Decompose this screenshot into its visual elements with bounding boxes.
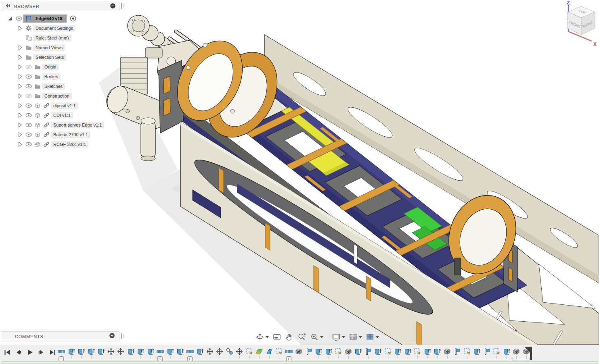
timeline-feature-move[interactable] [107, 347, 115, 356]
timeline-feature-flag[interactable] [305, 347, 313, 356]
selected-item-highlight[interactable]: Edge540 v18 [23, 15, 67, 23]
timeline-feature-extrude[interactable] [127, 347, 135, 356]
timeline-feature-extrude[interactable] [77, 347, 85, 356]
timeline-feature-flag[interactable] [453, 347, 461, 356]
remove-panel-icon[interactable] [110, 3, 116, 10]
browser-drag-grip[interactable] [121, 3, 124, 10]
timeline-playhead[interactable] [530, 347, 532, 360]
browser-item-edge540-v18[interactable]: Edge540 v18 [1, 14, 119, 23]
collapse-panel-icon[interactable] [4, 3, 11, 10]
timeline-feature-flag[interactable] [364, 347, 372, 356]
timeline-feature-extrude[interactable] [314, 347, 323, 356]
browser-item-label[interactable]: Edge540 v18 [33, 15, 65, 22]
visibility-eye-icon[interactable] [24, 131, 33, 138]
orbit-button[interactable] [255, 332, 270, 342]
timeline-feature-fold[interactable] [265, 347, 273, 356]
browser-item-rule-steel-mm[interactable]: Rule: Steel (mm) [1, 33, 119, 43]
timeline-feature-group[interactable] [156, 347, 164, 356]
expand-arrow-icon[interactable] [15, 141, 24, 148]
timeline-feature-extrude[interactable] [423, 347, 431, 356]
browser-item-label[interactable]: Selection Sets [33, 54, 66, 60]
browser-item-selection-sets[interactable]: Selection Sets [1, 52, 119, 62]
timeline-feature-extrude[interactable] [166, 347, 174, 356]
activate-component-radio[interactable] [69, 15, 77, 22]
timeline-feature-sketch[interactable] [384, 347, 392, 356]
visibility-eye-icon[interactable] [24, 121, 33, 129]
zoom-window-button[interactable] [309, 332, 324, 342]
timeline-track[interactable] [59, 359, 532, 359]
timeline-feature-sketch[interactable] [492, 347, 501, 356]
timeline-feature-group[interactable] [285, 347, 293, 356]
timeline-feature-extrude[interactable] [354, 347, 362, 356]
timeline-feature-extrude[interactable] [176, 347, 184, 356]
browser-item-label[interactable]: Document Settings [33, 25, 75, 31]
display-settings-button[interactable] [331, 332, 346, 342]
visibility-eye-icon[interactable] [24, 73, 33, 80]
expand-arrow-icon[interactable] [15, 73, 24, 80]
expand-arrow-icon[interactable] [15, 44, 24, 51]
browser-item-diposit-v1-1[interactable]: diposit v1:1 [1, 101, 119, 110]
expand-arrow-icon[interactable] [15, 131, 24, 138]
expand-arrow-icon[interactable] [15, 102, 24, 109]
timeline-feature-plane[interactable] [255, 347, 263, 356]
timeline-feature-move[interactable] [216, 347, 224, 356]
visibility-eye-off-icon[interactable] [24, 63, 33, 71]
expand-arrow-icon[interactable] [15, 92, 24, 100]
dropdown-caret-icon[interactable] [320, 336, 323, 338]
dropdown-caret-icon[interactable] [342, 336, 345, 338]
timeline-feature-move[interactable] [235, 347, 243, 356]
visibility-eye-icon[interactable] [24, 83, 33, 90]
pan-button[interactable] [284, 332, 295, 342]
timeline-feature-group[interactable] [186, 347, 194, 356]
browser-item-bateria-2700-v1-1[interactable]: Bateria 2700 v1:1 [1, 130, 119, 139]
comments-drag-grip[interactable] [121, 333, 124, 340]
browser-item-label[interactable]: CDI v1:1 [51, 112, 73, 119]
timeline-feature-extrude[interactable] [196, 347, 204, 356]
go-to-end-button[interactable] [48, 347, 57, 357]
expand-arrow-icon[interactable] [15, 63, 24, 71]
browser-item-rcgf-32cc-v1-1[interactable]: RCGF 32cc v1:1 [1, 139, 119, 149]
visibility-eye-icon[interactable] [24, 112, 33, 119]
dropdown-caret-icon[interactable] [266, 336, 269, 338]
look-at-button[interactable] [272, 332, 282, 342]
timeline-feature-flag[interactable] [483, 347, 491, 356]
timeline-feature-sketch[interactable] [275, 347, 283, 356]
visibility-eye-icon[interactable] [24, 102, 33, 109]
browser-item-label[interactable]: Origin [42, 64, 59, 70]
browser-header[interactable]: BROWSER [1, 2, 119, 11]
timeline-feature-sketch[interactable] [245, 347, 253, 356]
step-forward-button[interactable] [36, 347, 46, 357]
expand-arrow-icon[interactable] [15, 25, 24, 32]
timeline-feature-derive[interactable] [443, 347, 451, 356]
browser-item-label[interactable]: diposit v1:1 [51, 102, 78, 109]
timeline-feature-derive[interactable] [344, 347, 352, 356]
timeline-feature-extrude[interactable] [404, 347, 412, 356]
expand-arrow-icon[interactable] [15, 83, 24, 90]
browser-item-label[interactable]: Rule: Steel (mm) [33, 35, 71, 41]
browser-item-named-views[interactable]: Named Views [1, 43, 119, 52]
browser-item-label[interactable]: Sketches [42, 83, 65, 89]
grid-and-snaps-button[interactable] [348, 332, 363, 342]
go-to-start-button[interactable] [2, 347, 12, 357]
timeline-scrollbar-thumb[interactable] [1, 361, 598, 364]
timeline-feature-extrude[interactable] [503, 347, 511, 356]
timeline-feature-extrude[interactable] [87, 347, 95, 356]
visibility-eye-icon[interactable] [24, 141, 33, 148]
timeline-feature-sketch[interactable] [413, 347, 421, 356]
visibility-eye-icon[interactable] [15, 15, 23, 22]
timeline-feature-derive[interactable] [512, 347, 520, 356]
browser-item-label[interactable]: Named Views [33, 44, 65, 51]
browser-item-label[interactable]: Bodies [42, 73, 61, 80]
timeline-feature-joint[interactable] [226, 347, 234, 356]
timeline-feature-extrude[interactable] [67, 347, 75, 356]
browser-item-cdi-v1-1[interactable]: CDI v1:1 [1, 110, 119, 120]
timeline-feature-extrude[interactable] [147, 347, 155, 356]
browser-item-document-settings[interactable]: Document Settings [1, 23, 119, 33]
expand-arrow-icon[interactable] [15, 121, 24, 129]
timeline-feature-move[interactable] [206, 347, 214, 356]
timeline-feature-move[interactable] [117, 347, 125, 356]
timeline-playhead-flag[interactable] [524, 347, 530, 352]
browser-item-bodies[interactable]: Bodies [1, 72, 119, 81]
timeline-feature-derive[interactable] [295, 347, 303, 356]
dropdown-caret-icon[interactable] [376, 336, 379, 338]
